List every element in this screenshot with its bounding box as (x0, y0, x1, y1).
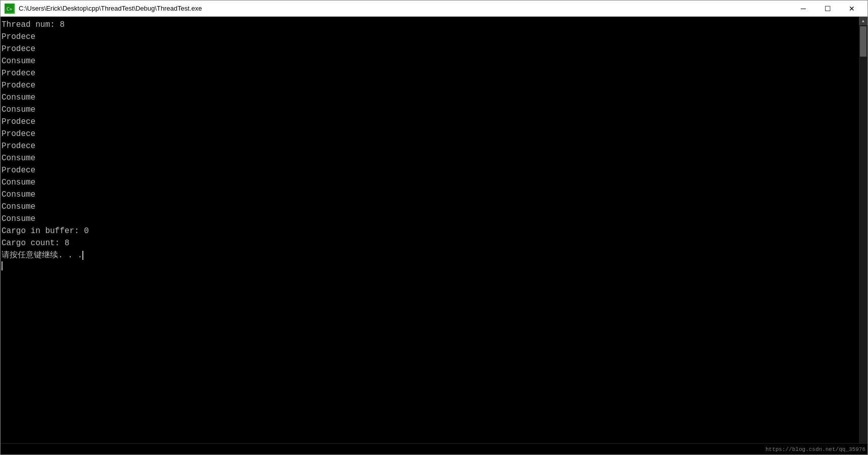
scroll-up-button[interactable]: ▲ (859, 17, 867, 25)
console-line: Consume (2, 104, 858, 116)
console-line: Prodece (2, 79, 858, 92)
console-line: Cargo in buffer: 0 (2, 225, 858, 237)
scrollbar[interactable]: ▲ (859, 17, 867, 443)
close-button[interactable]: ✕ (840, 1, 863, 16)
console-line: 请按任意键继续. . . (2, 249, 858, 261)
title-bar-left: C> C:\Users\Erick\Desktop\cpp\ThreadTest… (5, 4, 202, 14)
console-line: Prodece (2, 31, 858, 43)
console-line: Prodece (2, 67, 858, 79)
console-window: C> C:\Users\Erick\Desktop\cpp\ThreadTest… (0, 0, 868, 455)
console-line: Prodece (2, 116, 858, 128)
console-cursor-line (2, 261, 858, 270)
window-title: C:\Users\Erick\Desktop\cpp\ThreadTest\De… (19, 5, 202, 12)
console-line: Prodece (2, 164, 858, 176)
console-line: Prodece (2, 43, 858, 55)
minimize-button[interactable]: ─ (792, 1, 815, 16)
console-line: Cargo count: 8 (2, 237, 858, 249)
console-line: Consume (2, 201, 858, 213)
console-line: Consume (2, 213, 858, 225)
console-line: Prodece (2, 128, 858, 140)
console-line: Prodece (2, 140, 858, 152)
maximize-button[interactable]: ☐ (816, 1, 839, 16)
status-url: https://blog.csdn.net/qq_35976 (765, 446, 865, 452)
app-icon: C> (5, 4, 15, 14)
console-area: Thread num: 8ProdeceProdeceConsumeProdec… (1, 17, 867, 443)
console-content: Thread num: 8ProdeceProdeceConsumeProdec… (1, 17, 859, 443)
console-line: Consume (2, 152, 858, 164)
title-bar: C> C:\Users\Erick\Desktop\cpp\ThreadTest… (1, 1, 867, 17)
console-line: Consume (2, 176, 858, 189)
status-bar: https://blog.csdn.net/qq_35976 (1, 443, 867, 454)
svg-text:C>: C> (7, 7, 12, 12)
console-line: Consume (2, 92, 858, 104)
window-controls: ─ ☐ ✕ (792, 1, 863, 16)
console-line: Consume (2, 55, 858, 67)
console-line: Consume (2, 189, 858, 201)
scroll-thumb[interactable] (860, 26, 866, 57)
console-line: Thread num: 8 (2, 19, 858, 31)
